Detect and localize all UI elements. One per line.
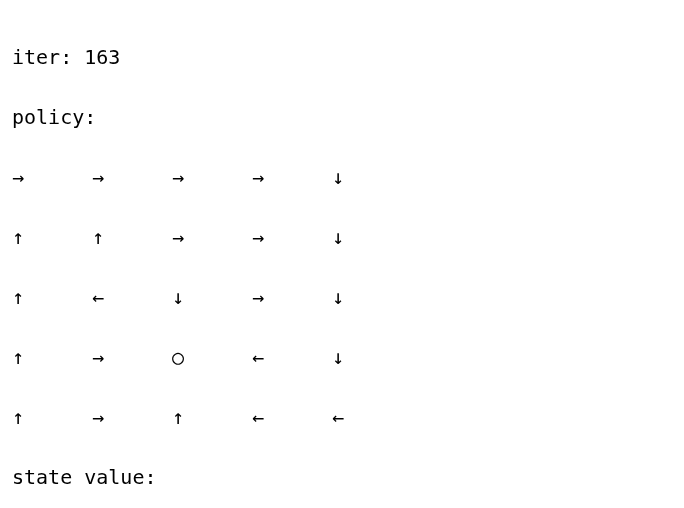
policy-row-3: ↑→○←↓ — [12, 342, 672, 372]
policy-cell: ← — [252, 342, 332, 372]
policy-cell: ↑ — [172, 402, 252, 432]
policy-cell: → — [12, 162, 92, 192]
policy-cell: → — [172, 222, 252, 252]
policy-cell: → — [172, 162, 252, 192]
policy-cell: ↓ — [332, 342, 412, 372]
policy-cell: ↑ — [92, 222, 172, 252]
state-value-label: state value: — [12, 462, 672, 492]
iter-label: iter: — [12, 45, 72, 69]
policy-cell: ↑ — [12, 282, 92, 312]
policy-cell: ← — [92, 282, 172, 312]
policy-label: policy: — [12, 102, 672, 132]
policy-cell: ↑ — [12, 342, 92, 372]
policy-row-4: ↑→↑←← — [12, 402, 672, 432]
policy-cell: ↓ — [332, 222, 412, 252]
policy-cell: → — [92, 162, 172, 192]
policy-cell: → — [92, 402, 172, 432]
policy-cell: ↓ — [172, 282, 252, 312]
policy-cell: ↓ — [332, 282, 412, 312]
policy-cell: ↓ — [332, 162, 412, 192]
policy-cell: ↑ — [12, 402, 92, 432]
policy-cell: → — [92, 342, 172, 372]
policy-cell: ↑ — [12, 222, 92, 252]
policy-cell: → — [252, 162, 332, 192]
policy-cell: → — [252, 222, 332, 252]
policy-cell: ← — [332, 402, 412, 432]
iter-value: 163 — [84, 45, 120, 69]
policy-cell: ○ — [172, 342, 252, 372]
policy-row-0: →→→→↓ — [12, 162, 672, 192]
policy-row-2: ↑←↓→↓ — [12, 282, 672, 312]
policy-row-1: ↑↑→→↓ — [12, 222, 672, 252]
policy-cell: → — [252, 282, 332, 312]
policy-cell: ← — [252, 402, 332, 432]
iter-line: iter: 163 — [12, 42, 672, 72]
